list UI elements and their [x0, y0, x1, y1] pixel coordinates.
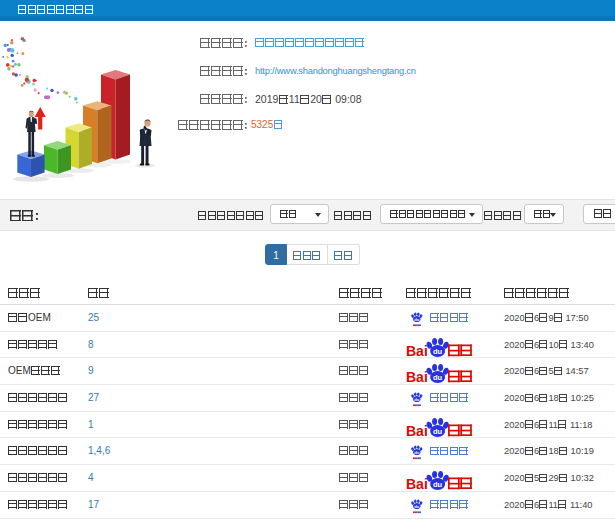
svg-text:du: du: [433, 480, 443, 489]
svg-text:du: du: [433, 427, 443, 436]
svg-text:Bai: Bai: [406, 343, 428, 357]
svg-text:du: du: [414, 397, 420, 402]
svg-text:du: du: [433, 373, 443, 382]
svg-text:Bai: Bai: [406, 369, 428, 383]
svg-text:du: du: [433, 347, 443, 356]
svg-text:du: du: [414, 450, 420, 455]
svg-text:du: du: [414, 503, 420, 508]
svg-text:Bai: Bai: [406, 423, 428, 437]
svg-text:Bai: Bai: [406, 476, 428, 490]
svg-text:du: du: [414, 317, 420, 322]
